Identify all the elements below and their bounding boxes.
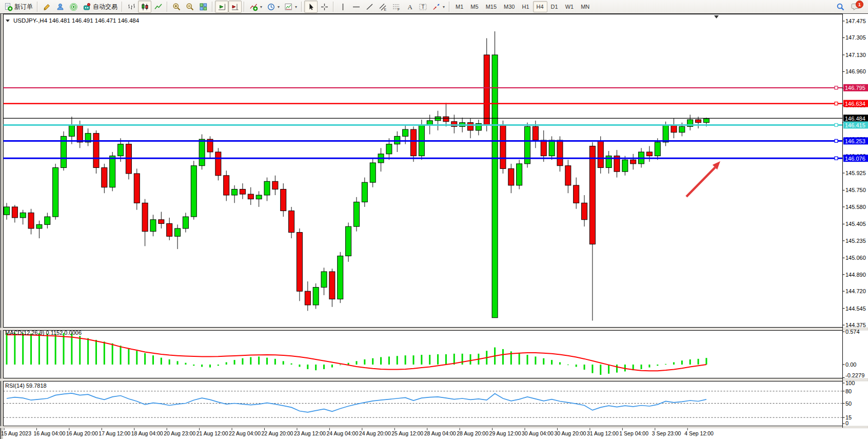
text-label-button[interactable]: T (416, 1, 429, 13)
search-button[interactable] (834, 1, 847, 13)
macd-axis-label: 0.00 (845, 361, 856, 368)
candle-up (386, 144, 392, 154)
candle-down (468, 123, 474, 130)
chevron-down-icon: ▾ (278, 5, 280, 9)
profiles-button[interactable] (53, 1, 67, 13)
price-tag-label: 146.795 (845, 85, 865, 91)
zoom-in-button[interactable] (170, 1, 183, 13)
timeframe-d1-button[interactable]: D1 (547, 1, 562, 12)
macd-histogram-bar (6, 333, 8, 365)
price-tag-label: 146.634 (845, 101, 865, 107)
macd-histogram-bar (584, 365, 585, 370)
hline-handle[interactable] (835, 102, 838, 105)
timeframe-h1-button[interactable]: H1 (518, 1, 532, 12)
timeframe-m5-button[interactable]: M5 (467, 1, 482, 12)
candle-down (484, 55, 489, 125)
timeframe-m30-button[interactable]: M30 (500, 1, 518, 12)
candle-down (12, 207, 17, 218)
equidistant-channel-button[interactable]: E (376, 1, 389, 13)
candle-up (36, 224, 42, 228)
periods-button[interactable]: ▾ (264, 1, 282, 13)
candle-up (313, 288, 319, 305)
hline-handle[interactable] (835, 123, 838, 126)
date-label: 15 Aug 2023 (1, 430, 31, 436)
toolbar-separator (167, 2, 168, 12)
hline-handle[interactable] (835, 157, 838, 160)
candle-down (134, 174, 140, 203)
arrows-button[interactable]: ▾ (429, 1, 447, 13)
auto-scroll-button[interactable] (215, 1, 228, 13)
chart-shift-button[interactable] (228, 1, 242, 13)
crosshair-button[interactable] (318, 1, 331, 13)
bar-chart-button[interactable] (125, 1, 138, 13)
macd-histogram-bar (705, 358, 707, 365)
date-label: 4 Sep 12:00 (684, 430, 714, 436)
templates-button[interactable]: ▾ (282, 1, 299, 13)
rsi-label: RSI(14) 59.7818 (5, 383, 47, 389)
macd-histogram-bar (527, 355, 528, 365)
panel-separator[interactable] (0, 328, 868, 331)
candle-up (264, 181, 270, 195)
candle-down (159, 220, 164, 224)
autotrading-button-label: 自动交易 (93, 3, 117, 11)
macd-histogram-bar (397, 356, 398, 365)
macd-histogram-bar (600, 365, 601, 375)
chart-area[interactable]: 147.475147.305147.130146.960146.790146.6… (0, 14, 868, 439)
panel-separator[interactable] (0, 379, 868, 381)
candle-down (696, 120, 701, 123)
macd-histogram-bar (201, 365, 203, 367)
timeframe-w1-button[interactable]: W1 (562, 1, 578, 12)
candle-up (20, 213, 26, 218)
text-button[interactable]: A (403, 1, 416, 13)
candle-down (289, 211, 294, 233)
indicators-button[interactable]: ▾ (247, 1, 264, 13)
tile-windows-button[interactable] (196, 1, 210, 13)
cursor-button[interactable] (304, 1, 318, 13)
line-chart-button[interactable] (151, 1, 165, 13)
date-label: 1 Sep 04:00 (619, 430, 648, 436)
macd-histogram-bar (307, 365, 308, 369)
fibonacci-button[interactable]: F (389, 1, 403, 13)
date-label: 25 Aug 12:00 (391, 430, 423, 436)
notifications-button[interactable]: 1 (849, 1, 862, 13)
price-tag-label: 146.484 (845, 116, 865, 122)
strategy-tester-button[interactable] (67, 1, 80, 13)
candle-up (353, 202, 359, 226)
hline-handle[interactable] (835, 139, 838, 142)
trendline-button[interactable] (363, 1, 376, 13)
price-tick-label: 145.235 (845, 238, 866, 244)
candle-down (443, 117, 449, 122)
candle-up (663, 125, 668, 142)
new-order-icon (4, 2, 13, 11)
timeframe-h4-button[interactable]: H4 (533, 1, 547, 12)
candle-down (671, 125, 677, 132)
timeframe-mn-button[interactable]: MN (577, 1, 593, 12)
macd-histogram-bar (551, 360, 553, 365)
candle-up (53, 168, 58, 217)
indicators-icon (249, 2, 258, 11)
date-label: 22 Aug 20:00 (262, 430, 293, 436)
macd-histogram-bar (250, 357, 251, 365)
timeframe-m15-button[interactable]: M15 (482, 1, 500, 12)
price-tick-label: 144.375 (845, 322, 866, 328)
macd-histogram-bar (144, 353, 146, 365)
timeframe-m1-button[interactable]: M1 (452, 1, 467, 12)
macd-histogram-bar (388, 356, 390, 365)
vertical-line-button[interactable] (336, 1, 349, 13)
candlestick-chart-button[interactable] (138, 1, 151, 13)
zoom-out-button[interactable] (183, 1, 196, 13)
new-order-button[interactable]: 新订单 (2, 1, 35, 13)
macd-histogram-bar (104, 341, 105, 365)
candle-down (565, 166, 571, 185)
toolbar-separator (122, 2, 123, 12)
date-label: 29 Aug 12:00 (489, 430, 521, 436)
styles-button[interactable] (40, 1, 53, 13)
autotrading-button[interactable]: 自动交易 (80, 1, 120, 13)
rsi-axis-label: 80 (845, 388, 852, 394)
horizontal-line-button[interactable] (349, 1, 363, 13)
candle-up (492, 55, 498, 318)
date-label: 30 Aug 20:00 (554, 430, 586, 436)
price-tag-label: 146.415 (845, 122, 865, 128)
channel-icon: E (378, 2, 387, 11)
hline-handle[interactable] (835, 86, 838, 89)
